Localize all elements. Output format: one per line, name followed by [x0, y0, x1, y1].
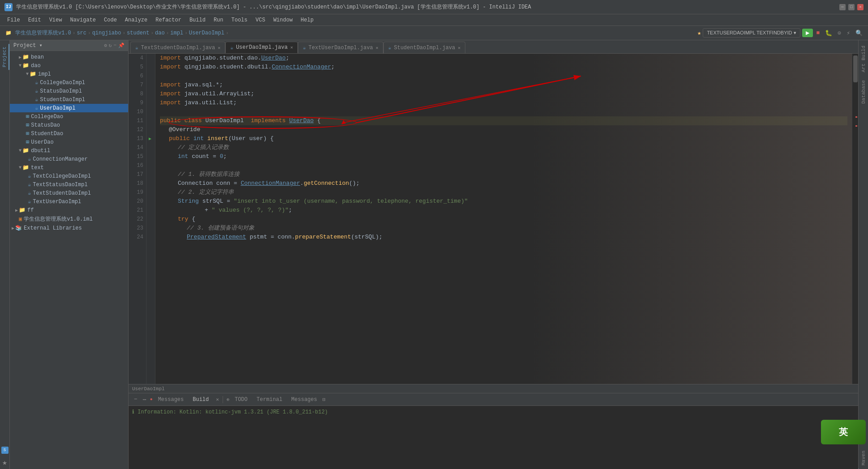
java-file-icon: ☕ [28, 181, 31, 188]
code-line-14: // 定义插入记录数 [160, 143, 847, 152]
ime-widget[interactable]: 英 [821, 420, 866, 444]
right-tab-maven[interactable]: Maven [859, 447, 868, 469]
profile-button[interactable]: ⚡ [845, 29, 852, 38]
structure-icon[interactable]: S [1, 447, 9, 454]
menu-item-navigate[interactable]: Navigate [66, 16, 99, 25]
editor-scrollbar[interactable] [852, 54, 858, 384]
bottom-more-icon[interactable]: ⋯ [141, 395, 148, 404]
code-line-22: try { [160, 215, 847, 224]
code-line-12: @Override [160, 125, 847, 134]
tree-item-textuserdaoimpl-label: TextUserDaoImpl [33, 199, 81, 205]
bottom-tab-todo[interactable]: TODO [231, 395, 251, 405]
run-gutter-icon[interactable]: ▶ [146, 134, 154, 143]
breadcrumb-project[interactable]: 学生信息管理系统v1.0 [15, 29, 71, 37]
menu-item-refactor[interactable]: Refactor [152, 16, 185, 25]
tree-item-textuserdaoimpl[interactable]: ☕ TextUserDaoImpl [10, 197, 128, 206]
bottom-tab-messages2[interactable]: Messages [288, 395, 321, 405]
tab-close-textstudentdaoimpl[interactable]: ✕ [218, 45, 220, 51]
menu-item-vcs[interactable]: VCS [252, 16, 269, 25]
tree-item-textstatusdaoimpl[interactable]: ☕ TextStatusDaoImpl [10, 180, 128, 189]
tab-textstudentdaoimpl[interactable]: ☕ TextStudentDaoImpl.java ✕ [130, 42, 225, 53]
tree-item-statusdao[interactable]: ⊞ StatusDao [10, 121, 128, 129]
coverage-button[interactable]: ⊙ [836, 29, 843, 38]
tree-item-dao[interactable]: ▼ 📁 dao [10, 61, 128, 70]
bottom-tab-terminal[interactable]: Terminal [253, 395, 286, 405]
debug-button[interactable]: 🐛 [823, 29, 834, 38]
sync-icon[interactable]: ↻ [109, 43, 112, 48]
menu-item-help[interactable]: Help [297, 16, 317, 25]
tree-item-iml[interactable]: ▣ 学生信息管理系统v1.0.iml [10, 214, 128, 224]
project-panel-title: Project ▾ [13, 42, 101, 49]
tree-item-userdao[interactable]: ⊞ UserDao [10, 138, 128, 146]
menu-item-run[interactable]: Run [210, 16, 227, 25]
tree-item-studentdaoimpl[interactable]: ☕ StudentDaoImpl [10, 95, 128, 104]
run-config-dropdown[interactable]: TEXTUSERDAOIMPL TEXTFINDBYID ▾ [703, 28, 800, 38]
tree-item-external-libs[interactable]: ▶ 📚 External Libraries [10, 224, 128, 232]
menu-item-edit[interactable]: Edit [25, 16, 45, 25]
tree-item-collegedao[interactable]: ⊞ CollegeDao [10, 112, 128, 121]
tree-item-dbutil[interactable]: ▼ 📁 dbutil [10, 146, 128, 155]
run-button[interactable]: ▶ [802, 29, 813, 37]
nav-star[interactable]: ★ [697, 29, 701, 37]
favorites-icon[interactable]: ★ [0, 456, 9, 469]
search-everywhere[interactable]: 🔍 [854, 29, 864, 38]
menu-item-file[interactable]: File [4, 16, 24, 25]
menu-item-tools[interactable]: Tools [228, 16, 251, 25]
tree-item-impl[interactable]: ▼ 📁 impl [10, 70, 128, 78]
code-content[interactable]: import qingjiabo.student.dao.UserDao; im… [155, 54, 852, 384]
tree-item-ff[interactable]: ▶ 📁 ff [10, 206, 128, 214]
tree-item-text[interactable]: ▼ 📁 text [10, 163, 128, 172]
right-sidebar: Art Build Database Maven [858, 40, 868, 469]
java-icon: ☕ [388, 45, 391, 51]
build-tab-close[interactable]: ✕ [216, 397, 219, 402]
tab-close-textuserdaoimpl[interactable]: ✕ [376, 45, 378, 51]
menu-item-build[interactable]: Build [186, 16, 209, 25]
tree-item-textstudentdaoimpl[interactable]: ☕ TextStudentDaoImpl [10, 189, 128, 197]
tree-item-textcollegedaoimpl[interactable]: ☕ TextCollegeDaoImpl [10, 172, 128, 180]
pin-icon[interactable]: 📌 [118, 43, 125, 48]
tree-item-collegedaoimpl[interactable]: ☕ CollegeDaoImpl [10, 78, 128, 87]
project-tree: ▶ 📁 bean ▼ 📁 dao ▼ 📁 impl ☕ [10, 51, 128, 469]
tab-textuserdaoimpl-label: TextUserDaoImpl.java [309, 45, 373, 51]
gear-icon[interactable]: ⚙ [104, 43, 107, 48]
project-panel-icons: ⚙ ↻ − 📌 [104, 43, 125, 48]
tree-item-bean[interactable]: ▶ 📁 bean [10, 53, 128, 61]
stop-button[interactable]: ■ [815, 29, 822, 37]
tab-textuserdaoimpl[interactable]: ☕ TextUserDaoImpl.java ✕ [298, 42, 383, 53]
library-icon: 📚 [15, 225, 22, 231]
tab-userdaoimpl[interactable]: ☕ UserDaoImpl.java ✕ [225, 42, 298, 53]
right-tab-database[interactable]: Database [859, 77, 868, 107]
maximize-button[interactable]: □ [848, 4, 855, 10]
breadcrumb-qingjiabo[interactable]: qingjiabo [92, 30, 121, 36]
menu-item-code[interactable]: Code [100, 16, 120, 25]
tab-studentdaoimpl[interactable]: ☕ StudentDaoImpl.java ✕ [383, 42, 465, 53]
minimize-button[interactable]: ─ [839, 4, 846, 10]
collapse-icon[interactable]: − [113, 43, 116, 48]
scrollbar-thumb[interactable] [853, 55, 858, 82]
right-tab-artbuild[interactable]: Art Build [859, 42, 868, 76]
breadcrumb-student[interactable]: student [127, 30, 149, 36]
tab-close-userdaoimpl[interactable]: ✕ [290, 45, 293, 50]
menu-item-analyze[interactable]: Analyze [121, 16, 151, 25]
tree-item-studentdao[interactable]: ⊞ StudentDao [10, 129, 128, 138]
menubar: FileEditViewNavigateCodeAnalyzeRefactorB… [0, 14, 868, 26]
breadcrumb-impl[interactable]: impl [170, 30, 183, 36]
app-icon: IJ [4, 3, 13, 11]
bottom-tab-build[interactable]: Build [189, 395, 212, 405]
bottom-tab-messages1[interactable]: Messages [155, 395, 188, 405]
bottom-resize-icon[interactable]: ⊡ [322, 397, 326, 402]
breadcrumb-dao[interactable]: dao [155, 30, 165, 36]
close-button[interactable]: ✕ [857, 4, 864, 10]
breadcrumb-class[interactable]: UserDaoImpl [189, 30, 224, 36]
sidebar-tab-project[interactable]: Project [0, 44, 9, 70]
breadcrumb-src[interactable]: src [77, 30, 86, 36]
tree-item-connectionmanager[interactable]: ☕ ConnectionManager [10, 155, 128, 163]
interface-icon: ⊞ [26, 122, 29, 128]
menu-item-view[interactable]: View [46, 16, 66, 25]
tab-userdaoimpl-label: UserDaoImpl.java [236, 44, 288, 51]
tab-close-studentdaoimpl[interactable]: ✕ [458, 45, 460, 51]
tree-item-statusdaoimpl[interactable]: ☕ StatusDaoImpl [10, 87, 128, 95]
tree-item-userdaoimpl[interactable]: ☕ UserDaoImpl [10, 104, 128, 112]
bottom-minimize-icon[interactable]: − [132, 395, 139, 404]
menu-item-window[interactable]: Window [270, 16, 296, 25]
